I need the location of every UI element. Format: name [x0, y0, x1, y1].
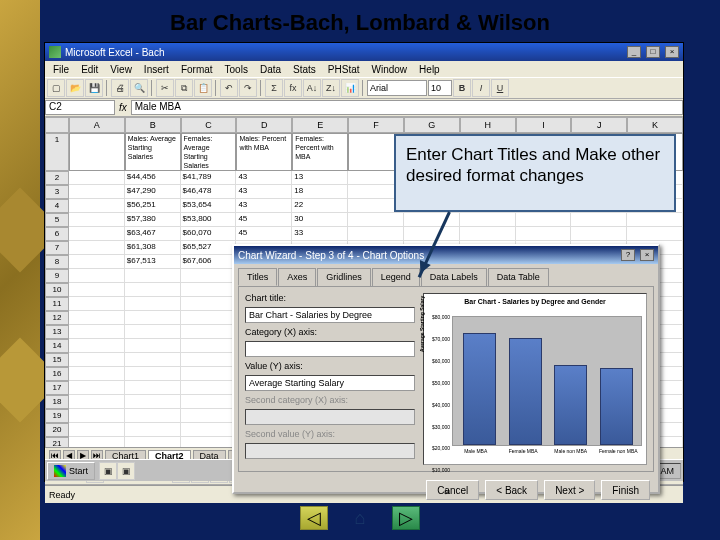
back-button[interactable]: < Back: [485, 480, 538, 500]
wizard-close-button[interactable]: ×: [640, 249, 654, 261]
cell[interactable]: [69, 423, 125, 437]
cell[interactable]: [404, 213, 460, 227]
font-size-combo[interactable]: 10: [428, 80, 452, 96]
wizard-help-button[interactable]: ?: [621, 249, 635, 261]
row-header[interactable]: 18: [45, 395, 69, 409]
cell[interactable]: [125, 325, 181, 339]
cell[interactable]: [125, 269, 181, 283]
row-header[interactable]: 19: [45, 409, 69, 423]
cell[interactable]: 43: [236, 171, 292, 185]
cell[interactable]: $44,456: [125, 171, 181, 185]
cell-header[interactable]: Males: Average Starting Salaries: [125, 133, 181, 171]
col-header[interactable]: J: [571, 117, 627, 133]
name-box[interactable]: C2: [45, 100, 115, 115]
cell[interactable]: 30: [292, 213, 348, 227]
menu-view[interactable]: View: [104, 64, 138, 75]
taskbar-app-icon[interactable]: ▣: [99, 462, 117, 480]
cell[interactable]: [181, 381, 237, 395]
cell[interactable]: [181, 297, 237, 311]
row-header[interactable]: 16: [45, 367, 69, 381]
cell[interactable]: $46,478: [181, 185, 237, 199]
cell[interactable]: 33: [292, 227, 348, 241]
col-header[interactable]: K: [627, 117, 683, 133]
cell[interactable]: $56,251: [125, 199, 181, 213]
cell[interactable]: [181, 353, 237, 367]
cell[interactable]: [181, 409, 237, 423]
cell[interactable]: [69, 311, 125, 325]
formula-input[interactable]: Male MBA: [131, 100, 683, 115]
home-slide-icon[interactable]: ⌂: [346, 506, 374, 530]
row-header[interactable]: 12: [45, 311, 69, 325]
cut-icon[interactable]: ✂: [156, 79, 174, 97]
chart-title-input[interactable]: [245, 307, 415, 323]
row-header[interactable]: 8: [45, 255, 69, 269]
cell[interactable]: [181, 283, 237, 297]
cell[interactable]: [69, 409, 125, 423]
sort-asc-icon[interactable]: A↓: [303, 79, 321, 97]
paste-icon[interactable]: 📋: [194, 79, 212, 97]
print-icon[interactable]: 🖨: [111, 79, 129, 97]
col-header[interactable]: E: [292, 117, 348, 133]
cell[interactable]: [181, 325, 237, 339]
row-header[interactable]: 2: [45, 171, 69, 185]
col-header[interactable]: H: [460, 117, 516, 133]
cell[interactable]: [69, 353, 125, 367]
cell[interactable]: [125, 437, 181, 447]
cell-header[interactable]: Females: Average Starting Salaries: [181, 133, 237, 171]
bold-icon[interactable]: B: [453, 79, 471, 97]
cell[interactable]: 13: [292, 171, 348, 185]
row-header[interactable]: 15: [45, 353, 69, 367]
wizard-tab-axes[interactable]: Axes: [278, 268, 316, 286]
menu-edit[interactable]: Edit: [75, 64, 104, 75]
start-button[interactable]: Start: [47, 462, 95, 480]
row-header[interactable]: 5: [45, 213, 69, 227]
row-header[interactable]: 17: [45, 381, 69, 395]
undo-icon[interactable]: ↶: [220, 79, 238, 97]
cell[interactable]: [69, 437, 125, 447]
cell[interactable]: $41,789: [181, 171, 237, 185]
row-header[interactable]: 7: [45, 241, 69, 255]
row-header[interactable]: 9: [45, 269, 69, 283]
cell[interactable]: [125, 381, 181, 395]
row-header[interactable]: 10: [45, 283, 69, 297]
cell[interactable]: [125, 283, 181, 297]
cell[interactable]: [69, 269, 125, 283]
redo-icon[interactable]: ↷: [239, 79, 257, 97]
cell[interactable]: [125, 395, 181, 409]
italic-icon[interactable]: I: [472, 79, 490, 97]
cell[interactable]: $53,654: [181, 199, 237, 213]
cell-header[interactable]: Females: Percent with MBA: [292, 133, 348, 171]
category-x-input[interactable]: [245, 341, 415, 357]
cell[interactable]: $47,290: [125, 185, 181, 199]
chart-icon[interactable]: 📊: [341, 79, 359, 97]
prev-slide-icon[interactable]: ◁: [300, 506, 328, 530]
menu-tools[interactable]: Tools: [219, 64, 254, 75]
wizard-tab-datalabels[interactable]: Data Labels: [421, 268, 487, 286]
underline-icon[interactable]: U: [491, 79, 509, 97]
cell[interactable]: $67,606: [181, 255, 237, 269]
col-header[interactable]: C: [181, 117, 237, 133]
cell[interactable]: [69, 297, 125, 311]
minimize-button[interactable]: _: [627, 46, 641, 58]
copy-icon[interactable]: ⧉: [175, 79, 193, 97]
menu-help[interactable]: Help: [413, 64, 446, 75]
menu-data[interactable]: Data: [254, 64, 287, 75]
cell[interactable]: [181, 395, 237, 409]
select-all-corner[interactable]: [45, 117, 69, 133]
cell[interactable]: [404, 227, 460, 241]
cell[interactable]: $67,513: [125, 255, 181, 269]
font-combo[interactable]: Arial: [367, 80, 427, 96]
cell[interactable]: [181, 311, 237, 325]
cell[interactable]: $60,070: [181, 227, 237, 241]
col-header[interactable]: D: [236, 117, 292, 133]
cell[interactable]: [125, 353, 181, 367]
cell[interactable]: [181, 367, 237, 381]
col-header[interactable]: A: [69, 117, 125, 133]
sort-desc-icon[interactable]: Z↓: [322, 79, 340, 97]
fx-icon[interactable]: fx: [284, 79, 302, 97]
row-header[interactable]: 6: [45, 227, 69, 241]
value-y-input[interactable]: [245, 375, 415, 391]
wizard-tab-titles[interactable]: Titles: [238, 268, 277, 286]
cell[interactable]: [69, 283, 125, 297]
row-header[interactable]: 14: [45, 339, 69, 353]
